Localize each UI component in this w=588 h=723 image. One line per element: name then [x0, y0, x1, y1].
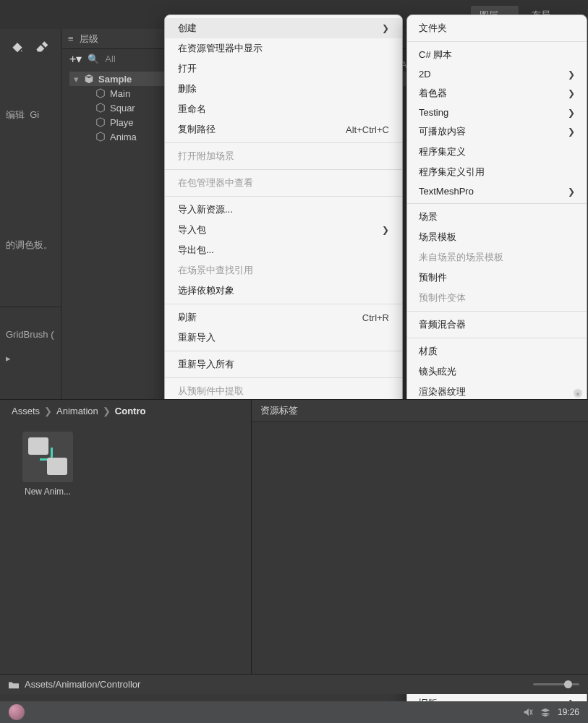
asset-label: New Anim... — [14, 487, 81, 497]
project-panel: Assets ❯ Animation ❯ Contro New Anim... … — [0, 399, 588, 694]
chevron-right-icon: ❯ — [44, 406, 52, 416]
gear-icon[interactable] — [572, 388, 584, 400]
submenu-textmeshpro[interactable]: TextMeshPro❯ — [407, 182, 587, 200]
separator — [165, 142, 402, 143]
menu-import-package[interactable]: 导入包❯ — [165, 220, 402, 240]
separator — [407, 311, 587, 312]
submenu-scene-template[interactable]: 场景模板 — [407, 227, 587, 247]
thumbnail-size-slider[interactable] — [533, 683, 579, 685]
separator — [407, 203, 587, 204]
asset-item[interactable]: New Anim... — [14, 432, 81, 497]
gameobject-icon — [95, 103, 106, 113]
asset-tags-header: 资源标签 — [252, 400, 588, 422]
menu-reimport[interactable]: 重新导入 — [165, 328, 402, 348]
breadcrumb-current: Contro — [115, 406, 146, 416]
menu-view-in-package-manager: 在包管理器中查看 — [165, 173, 402, 193]
separator — [165, 377, 402, 378]
menu-find-ref-in-scene: 在场景中查找引用 — [165, 260, 402, 281]
menu-show-in-explorer[interactable]: 在资源管理器中显示 — [165, 38, 402, 59]
separator — [407, 41, 587, 42]
unity-icon — [84, 74, 94, 84]
gameobject-icon — [95, 132, 106, 142]
hierarchy-menu-icon[interactable]: ≡ — [68, 33, 74, 44]
palette-hint: 的调色板。 — [0, 234, 61, 256]
submenu-assembly-definition[interactable]: 程序集定义 — [407, 142, 587, 162]
menu-create[interactable]: 创建❯ — [165, 18, 402, 38]
hierarchy-tab[interactable]: 层级 — [80, 33, 98, 46]
submenu-prefab-variant: 预制件变体 — [407, 288, 587, 308]
chevron-right-icon: ❯ — [562, 187, 575, 197]
paint-bucket-icon[interactable] — [10, 39, 25, 54]
layers-icon[interactable] — [540, 707, 550, 717]
menu-delete[interactable]: 删除 — [165, 79, 402, 99]
breadcrumb[interactable]: Assets ❯ Animation ❯ Contro — [0, 400, 157, 422]
submenu-csharp-script[interactable]: C# 脚本 — [407, 45, 587, 65]
separator — [407, 338, 587, 338]
submenu-scene-template-from-scene: 来自场景的场景模板 — [407, 247, 587, 268]
submenu-scene[interactable]: 场景 — [407, 207, 587, 227]
submenu-playables[interactable]: 可播放内容❯ — [407, 121, 587, 142]
menu-refresh[interactable]: 刷新Ctrl+R — [165, 307, 402, 328]
add-button[interactable]: +▾ — [69, 52, 82, 66]
clock-time: 19:26 — [558, 707, 579, 717]
project-footer: Assets/Animation/Controllor — [0, 674, 588, 694]
menu-rename[interactable]: 重命名 — [165, 99, 402, 119]
submenu-lens-flare[interactable]: 镜头眩光 — [407, 362, 587, 382]
user-avatar[interactable] — [9, 704, 25, 720]
submenu-prefab[interactable]: 预制件 — [407, 268, 587, 288]
edit-label: 编辑 Gi — [0, 104, 61, 126]
submenu-2d[interactable]: 2D❯ — [407, 65, 587, 83]
separator — [165, 304, 402, 304]
chevron-right-icon: ❯ — [562, 88, 575, 98]
breadcrumb-segment[interactable]: Animation — [56, 406, 98, 416]
submenu-assembly-definition-reference[interactable]: 程序集定义引用 — [407, 162, 587, 182]
chevron-right-icon: ❯ — [562, 108, 575, 118]
chevron-right-icon: ❯ — [376, 23, 389, 33]
asset-tag-panel: 资源标签 — [251, 400, 588, 694]
menu-reimport-all[interactable]: 重新导入所有 — [165, 354, 402, 375]
separator — [165, 196, 402, 197]
chevron-right-icon: ❯ — [562, 69, 575, 80]
submenu-shader[interactable]: 着色器❯ — [407, 83, 587, 103]
animator-controller-icon — [22, 432, 73, 482]
menu-select-dependencies[interactable]: 选择依赖对象 — [165, 281, 402, 301]
separator — [165, 351, 402, 351]
menu-extract-from-prefab: 从预制件中提取 — [165, 381, 402, 401]
separator — [165, 169, 402, 170]
mute-icon[interactable] — [523, 707, 533, 717]
folder-icon — [9, 680, 19, 689]
menu-export-package[interactable]: 导出包... — [165, 240, 402, 260]
submenu-audio-mixer[interactable]: 音频混合器 — [407, 315, 587, 335]
search-input[interactable]: All — [105, 54, 115, 64]
status-bar: 19:26 — [0, 701, 588, 723]
menu-copy-path[interactable]: 复制路径Alt+Ctrl+C — [165, 119, 402, 140]
submenu-testing[interactable]: Testing❯ — [407, 103, 587, 121]
gridbrush-label: GridBrush ( — [0, 325, 61, 344]
chevron-right-icon: ❯ — [376, 225, 389, 235]
breadcrumb-segment[interactable]: Assets — [12, 406, 40, 416]
chevron-right-icon: ❯ — [562, 127, 575, 137]
gameobject-icon — [95, 88, 106, 98]
chevron-right-icon: ❯ — [103, 406, 111, 416]
gameobject-icon — [95, 117, 106, 127]
menu-open-additive-scene: 打开附加场景 — [165, 146, 402, 166]
submenu-folder[interactable]: 文件夹 — [407, 18, 587, 38]
submenu-material[interactable]: 材质 — [407, 341, 587, 362]
eraser-icon[interactable] — [35, 39, 49, 54]
search-icon[interactable]: 🔍 — [88, 54, 99, 64]
menu-open[interactable]: 打开 — [165, 59, 402, 79]
footer-path: Assets/Animation/Controllor — [25, 679, 140, 690]
menu-import-new-asset[interactable]: 导入新资源... — [165, 200, 402, 220]
